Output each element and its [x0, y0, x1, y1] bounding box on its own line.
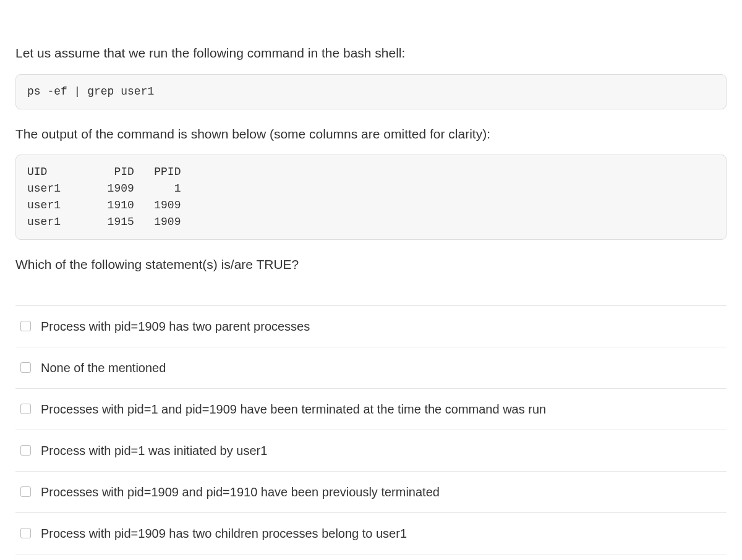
question-prompt: Which of the following statement(s) is/a… [15, 255, 727, 274]
option-label: Process with pid=1909 has two parent pro… [41, 317, 310, 336]
options-list: Process with pid=1909 has two parent pro… [15, 305, 727, 554]
option-row[interactable]: Process with pid=1909 has two parent pro… [15, 306, 727, 347]
option-row[interactable]: Process with pid=1909 has two children p… [15, 513, 727, 554]
option-label: Processes with pid=1 and pid=1909 have b… [41, 400, 546, 418]
command-code-block: ps -ef | grep user1 [15, 74, 727, 109]
checkbox[interactable] [20, 321, 31, 331]
option-row[interactable]: Processes with pid=1909 and pid=1910 hav… [15, 472, 727, 513]
output-code-block: UID PID PPID user1 1909 1 user1 1910 190… [15, 155, 727, 240]
option-label: Process with pid=1 was initiated by user… [41, 441, 267, 460]
option-label: Process with pid=1909 has two children p… [41, 524, 407, 543]
option-label: Processes with pid=1909 and pid=1910 hav… [41, 483, 440, 501]
checkbox[interactable] [20, 362, 31, 373]
checkbox[interactable] [20, 528, 31, 538]
option-row[interactable]: None of the mentioned [15, 347, 727, 389]
checkbox[interactable] [20, 445, 31, 456]
option-label: None of the mentioned [41, 358, 166, 377]
option-row[interactable]: Processes with pid=1 and pid=1909 have b… [15, 389, 727, 430]
checkbox[interactable] [20, 486, 31, 497]
output-intro: The output of the command is shown below… [15, 124, 727, 144]
question-body: Let us assume that we run the following … [15, 43, 727, 274]
question-intro: Let us assume that we run the following … [15, 43, 727, 63]
checkbox[interactable] [20, 404, 31, 414]
option-row[interactable]: Process with pid=1 was initiated by user… [15, 430, 727, 472]
